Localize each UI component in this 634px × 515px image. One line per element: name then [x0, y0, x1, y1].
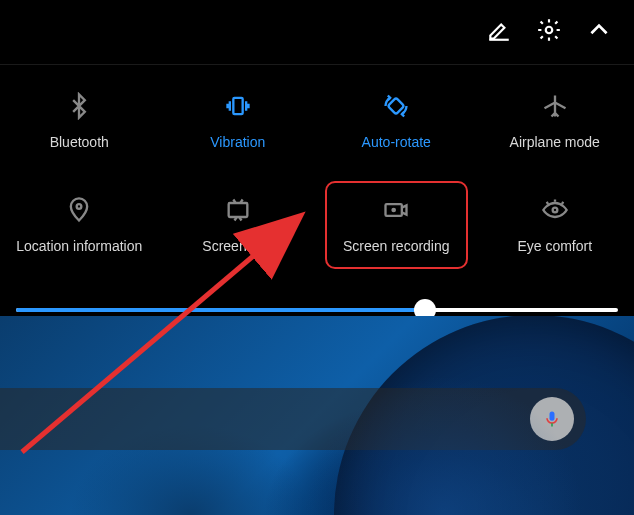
tile-eyecomfort[interactable]: Eye comfort — [476, 187, 635, 263]
svg-point-3 — [77, 204, 82, 209]
tile-label: Vibration — [210, 134, 265, 150]
svg-point-0 — [546, 27, 553, 34]
tile-screenshot[interactable]: Screenshot — [159, 187, 318, 263]
slider-fill — [16, 308, 425, 312]
bluetooth-icon — [65, 92, 93, 120]
autorotate-icon — [382, 92, 410, 120]
tile-bluetooth[interactable]: Bluetooth — [0, 83, 159, 159]
tile-label: Airplane mode — [510, 134, 600, 150]
tile-location[interactable]: Location information — [0, 187, 159, 263]
wallpaper — [0, 316, 634, 515]
search-bar[interactable] — [0, 388, 586, 450]
vibration-icon — [224, 92, 252, 120]
tile-screenrecording[interactable]: Screen recording — [325, 181, 468, 269]
mic-icon — [542, 409, 562, 429]
location-icon — [65, 196, 93, 224]
slider-track — [16, 308, 618, 312]
chevron-up-icon[interactable] — [586, 17, 612, 47]
svg-rect-2 — [388, 98, 404, 114]
tile-vibration[interactable]: Vibration — [159, 83, 318, 159]
svg-rect-8 — [550, 412, 555, 421]
tile-label: Location information — [16, 238, 142, 254]
voice-search-button[interactable] — [530, 397, 574, 441]
gear-icon[interactable] — [536, 17, 562, 47]
tile-label: Screenshot — [202, 238, 273, 254]
quick-settings-panel: Bluetooth Vibration Auto-rotate — [0, 64, 634, 333]
svg-rect-1 — [233, 98, 242, 114]
eye-icon — [541, 196, 569, 224]
screenshot-icon — [224, 196, 252, 224]
svg-point-6 — [392, 208, 397, 213]
tile-autorotate[interactable]: Auto-rotate — [317, 83, 476, 159]
airplane-icon — [541, 92, 569, 120]
edit-icon[interactable] — [486, 17, 512, 47]
tile-label: Auto-rotate — [362, 134, 431, 150]
screen-recording-icon — [382, 196, 410, 224]
svg-point-7 — [552, 208, 557, 213]
tile-label: Screen recording — [343, 238, 450, 254]
tile-label: Eye comfort — [517, 238, 592, 254]
svg-rect-4 — [228, 203, 247, 217]
tile-airplane[interactable]: Airplane mode — [476, 83, 635, 159]
tile-label: Bluetooth — [50, 134, 109, 150]
